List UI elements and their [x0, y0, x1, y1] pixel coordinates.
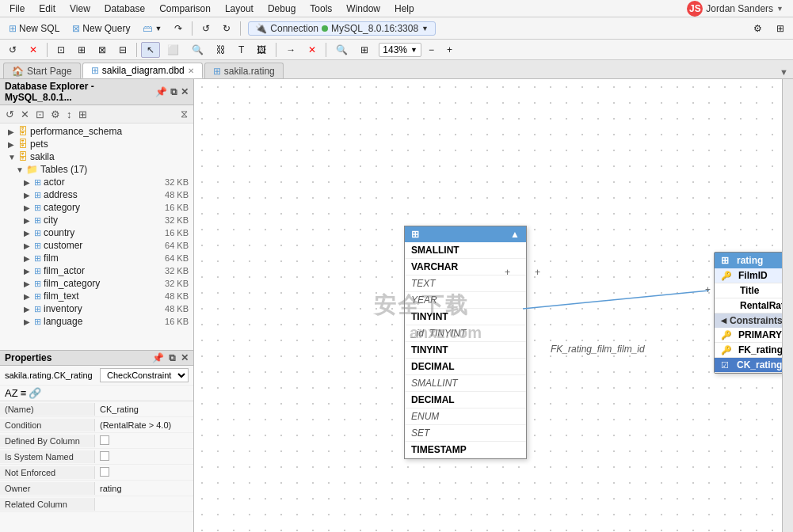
- menu-window[interactable]: Window: [340, 2, 387, 16]
- tree-item-film-category[interactable]: ▶ ⊞ film_category 32 KB: [0, 277, 193, 290]
- db-tree-filter-icon[interactable]: ⧖: [178, 107, 190, 121]
- link-icon: ⛓: [216, 44, 226, 55]
- diagram-scrollbar[interactable]: [782, 79, 793, 532]
- tree-item-actor[interactable]: ▶ ⊞ actor 32 KB: [0, 176, 193, 188]
- tree-item-address[interactable]: ▶ ⊞ address 48 KB: [0, 188, 193, 201]
- menu-tools[interactable]: Tools: [303, 2, 338, 16]
- props-pin-icon[interactable]: 📌: [152, 352, 164, 363]
- props-link-icon[interactable]: 🔗: [29, 387, 41, 399]
- menu-help[interactable]: Help: [388, 2, 421, 16]
- cursor-btn[interactable]: ↖: [141, 42, 160, 58]
- db-sort-icon[interactable]: ↕: [64, 108, 74, 121]
- db-filter-icon[interactable]: ⚙: [48, 108, 63, 121]
- tree-label-sakila: sakila: [30, 151, 55, 162]
- refresh-btn[interactable]: ↺: [3, 42, 22, 58]
- fk-key-icon: 🔑: [721, 345, 732, 355]
- tree-size-film-category: 32 KB: [165, 279, 193, 288]
- db-connect-icon[interactable]: ⊡: [33, 108, 47, 121]
- left-table-up-arrow-icon[interactable]: ▲: [510, 229, 520, 240]
- zoom-plus-btn[interactable]: +: [441, 42, 458, 58]
- grid2-btn[interactable]: ⊞: [355, 42, 374, 58]
- tool3-btn[interactable]: ⊠: [93, 42, 112, 58]
- properties-type-select[interactable]: CheckConstraint: [100, 368, 189, 382]
- connection-label: Connection: [270, 23, 318, 34]
- lt-row-7: TINYINT: [405, 342, 526, 359]
- props-sort-az-icon[interactable]: AZ: [5, 387, 18, 399]
- rating-table-box: ⊞ rating ▲ 🔑 FilmID SMALLINT Title VARCH…: [714, 252, 793, 374]
- arrow-btn[interactable]: →: [280, 42, 301, 58]
- expand-arrow-pets: ▶: [8, 140, 16, 149]
- new-sql-button[interactable]: ⊞ New SQL: [3, 21, 65, 36]
- menu-comparison[interactable]: Comparison: [153, 2, 217, 16]
- menu-debug[interactable]: Debug: [261, 2, 302, 16]
- props-close-icon[interactable]: ✕: [181, 352, 189, 363]
- tree-item-film[interactable]: ▶ ⊞ film 64 KB: [0, 252, 193, 264]
- properties-header: Properties 📌 ⧉ ✕: [0, 351, 193, 366]
- connection-chevron-icon[interactable]: ▼: [421, 25, 429, 32]
- props-value-not-enforced: [95, 466, 193, 480]
- tree-item-customer[interactable]: ▶ ⊞ customer 64 KB: [0, 239, 193, 252]
- menu-database[interactable]: Database: [98, 2, 151, 16]
- grid-btn[interactable]: ⊞: [771, 21, 790, 36]
- tab-scroll-icon[interactable]: ▼: [780, 67, 788, 77]
- zoom-plus-icon: +: [447, 44, 452, 55]
- tree-item-performance-schema[interactable]: ▶ 🗄 performance_schema: [0, 125, 193, 138]
- props-checkbox-defined-by-col[interactable]: [100, 435, 109, 445]
- props-checkbox-not-enforced[interactable]: [100, 467, 109, 477]
- zoom-control[interactable]: 143% ▼: [379, 43, 421, 57]
- zoom-in-btn[interactable]: 🔍: [186, 42, 209, 58]
- tree-item-sakila[interactable]: ▼ 🗄 sakila: [0, 150, 193, 163]
- db-refresh-icon[interactable]: ↺: [3, 108, 17, 121]
- tab-sakila-rating[interactable]: ⊞ sakila.rating: [204, 63, 284, 78]
- new-query-button[interactable]: ⊠ New Query: [67, 21, 135, 36]
- dropdown-btn-1[interactable]: 🗃 ▼: [137, 21, 167, 36]
- tree-item-film-actor[interactable]: ▶ ⊞ film_actor 32 KB: [0, 264, 193, 277]
- user-chevron-icon[interactable]: ▼: [776, 5, 783, 13]
- stop-btn[interactable]: ✕: [24, 42, 43, 58]
- search-btn[interactable]: 🔍: [330, 42, 353, 58]
- menu-file[interactable]: File: [3, 2, 31, 16]
- tool2-btn[interactable]: ⊞: [72, 42, 91, 58]
- tool4-btn[interactable]: ⊟: [113, 42, 132, 58]
- redo-btn[interactable]: ↷: [169, 21, 188, 36]
- link-btn[interactable]: ⛓: [211, 42, 231, 58]
- tree-item-inventory[interactable]: ▶ ⊞ inventory 48 KB: [0, 302, 193, 315]
- menu-edit[interactable]: Edit: [32, 2, 62, 16]
- tool3-icon: ⊠: [98, 44, 106, 55]
- tab-sakila-diagram[interactable]: ⊞ sakila_diagram.dbd ✕: [82, 63, 203, 78]
- tab-start-page[interactable]: 🏠 Start Page: [3, 63, 81, 78]
- tree-item-country[interactable]: ▶ ⊞ country 16 KB: [0, 226, 193, 239]
- menu-view[interactable]: View: [63, 2, 97, 16]
- tree-item-city[interactable]: ▶ ⊞ city 32 KB: [0, 214, 193, 226]
- delete-btn[interactable]: ✕: [303, 42, 322, 58]
- tree-item-tables-folder[interactable]: ▼ 📁 Tables (17): [0, 163, 193, 176]
- undo-btn[interactable]: ↺: [196, 21, 215, 36]
- db-explorer-pin-icon[interactable]: 📌: [155, 86, 167, 97]
- text-btn[interactable]: T: [233, 42, 250, 58]
- zoom-chevron-icon[interactable]: ▼: [410, 46, 417, 54]
- tree-item-pets[interactable]: ▶ 🗄 pets: [0, 138, 193, 150]
- table-icon-city: ⊞: [34, 215, 41, 226]
- tool1-btn[interactable]: ⊡: [51, 42, 71, 58]
- menu-layout[interactable]: Layout: [219, 2, 260, 16]
- db-more-icon[interactable]: ⊞: [76, 108, 90, 121]
- image-btn[interactable]: 🖼: [251, 42, 272, 58]
- db-remove-icon[interactable]: ✕: [18, 108, 32, 121]
- props-float-icon[interactable]: ⧉: [169, 352, 176, 363]
- tree-item-category[interactable]: ▶ ⊞ category 16 KB: [0, 201, 193, 214]
- db-explorer-close-icon[interactable]: ✕: [181, 86, 189, 97]
- zoom-minus-btn[interactable]: −: [423, 42, 440, 58]
- connection-badge: 🔌 Connection MySQL_8.0.16:3308 ▼: [248, 21, 436, 36]
- grid2-icon: ⊞: [360, 44, 368, 55]
- db-explorer-float-icon[interactable]: ⧉: [170, 86, 177, 97]
- undo2-btn[interactable]: ↻: [217, 21, 236, 36]
- tree-item-film-text[interactable]: ▶ ⊞ film_text 48 KB: [0, 290, 193, 302]
- props-sort-icon[interactable]: ≡: [21, 387, 27, 399]
- db-toolbar: ↺ ✕ ⊡ ⚙ ↕ ⊞ ⧖: [0, 105, 193, 124]
- expand-arrow-category: ▶: [24, 203, 32, 212]
- tree-item-language[interactable]: ▶ ⊞ language 16 KB: [0, 315, 193, 328]
- select-btn[interactable]: ⬜: [162, 42, 185, 58]
- tab-sakila-diagram-close[interactable]: ✕: [188, 66, 194, 75]
- props-checkbox-system-named[interactable]: [100, 451, 109, 461]
- settings-btn[interactable]: ⚙: [748, 21, 768, 36]
